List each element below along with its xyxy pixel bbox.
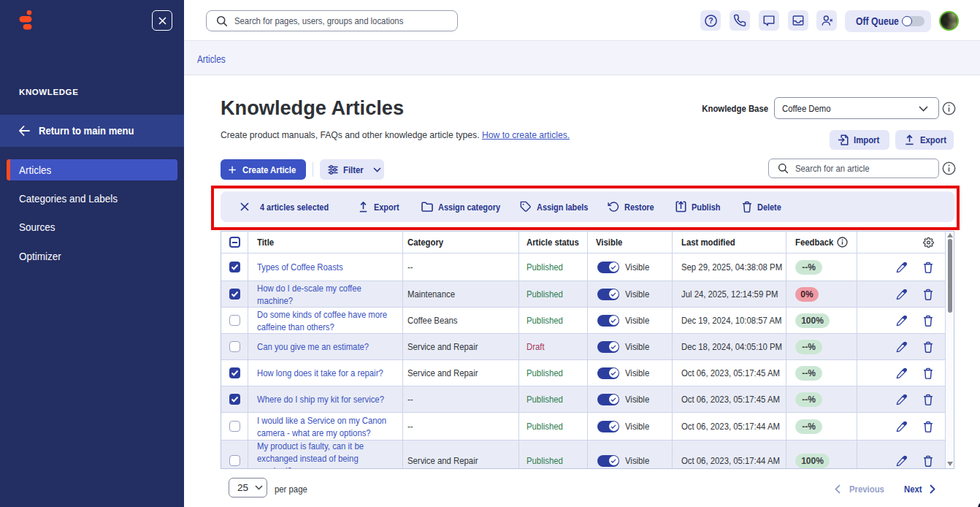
svg-text:?: ?: [708, 16, 713, 25]
